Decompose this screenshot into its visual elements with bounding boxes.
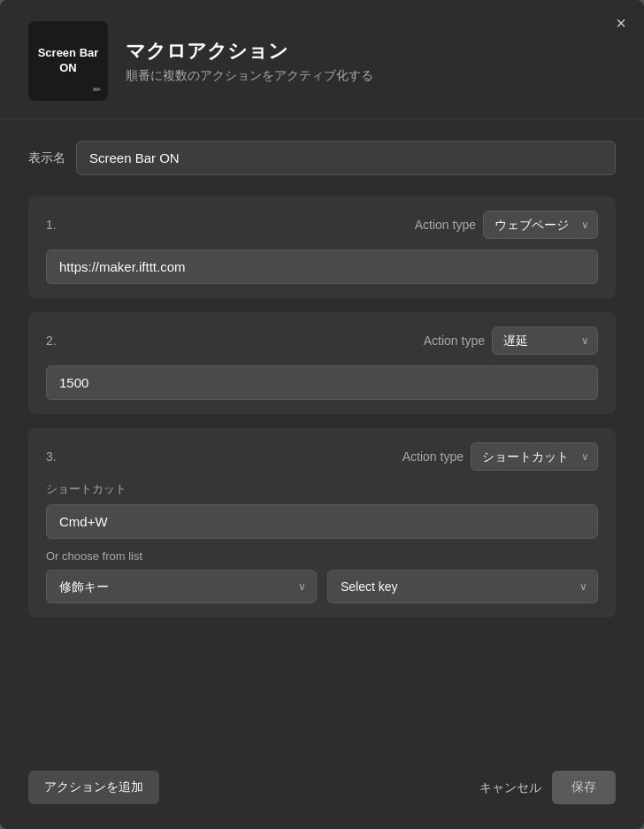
action-number-3: 3. (46, 449, 57, 464)
dialog-title: マクロアクション (126, 38, 373, 65)
action-block-2: 2. Action type 遅延 (28, 312, 616, 414)
action-block-1: 1. Action type ウェブページ (28, 196, 616, 298)
dialog-header: Screen Bar ON ✏ マクロアクション 順番に複数のアクションをアクテ… (0, 0, 644, 119)
icon-box: Screen Bar ON ✏ (28, 21, 108, 101)
display-name-input[interactable] (76, 141, 616, 175)
icon-line2: ON (59, 61, 77, 76)
save-button[interactable]: 保存 (552, 771, 616, 804)
action-type-label-2: Action type (424, 334, 485, 348)
macro-action-dialog: × Screen Bar ON ✏ マクロアクション 順番に複数のアクションをア… (0, 0, 644, 829)
footer-right: キャンセル 保存 (479, 771, 616, 804)
action-type-label-1: Action type (415, 218, 476, 232)
shortcut-input[interactable] (46, 504, 598, 539)
cancel-button[interactable]: キャンセル (479, 779, 541, 795)
action-header-2: 2. Action type 遅延 (46, 326, 598, 355)
key-selects-row: 修飾キー Select key (46, 570, 598, 603)
display-name-label: 表示名 (28, 150, 65, 166)
dialog-content: 表示名 1. Action type ウェブページ 2. Action type (0, 119, 644, 753)
dialog-footer: アクションを追加 キャンセル 保存 (0, 753, 644, 829)
shortcut-label: ショートカット (46, 481, 598, 497)
action-block-3: 3. Action type ショートカット ショートカット Or choose… (28, 428, 616, 618)
icon-line1: Screen Bar (38, 46, 99, 61)
select-key-wrapper: Select key (327, 570, 598, 603)
action-type-select-1[interactable]: ウェブページ (483, 211, 598, 239)
action-type-select-wrapper-2: 遅延 (492, 326, 598, 355)
close-button[interactable]: × (616, 14, 626, 32)
action-input-2[interactable] (46, 365, 598, 400)
action-number-1: 1. (46, 218, 57, 232)
action-input-1[interactable] (46, 249, 598, 284)
modifier-key-select[interactable]: 修飾キー (46, 570, 317, 603)
modifier-key-wrapper: 修飾キー (46, 570, 317, 603)
action-type-select-3[interactable]: ショートカット (471, 442, 598, 471)
action-header-3: 3. Action type ショートカット (46, 442, 598, 471)
action-type-select-wrapper-3: ショートカット (471, 442, 598, 471)
action-number-2: 2. (46, 334, 57, 348)
display-name-row: 表示名 (28, 141, 616, 175)
action-type-select-2[interactable]: 遅延 (492, 326, 598, 355)
action-type-label-3: Action type (402, 449, 464, 464)
action-type-select-wrapper-1: ウェブページ (483, 211, 598, 239)
dialog-subtitle: 順番に複数のアクションをアクティブ化する (126, 68, 373, 84)
action-header-1: 1. Action type ウェブページ (46, 211, 598, 239)
add-action-button[interactable]: アクションを追加 (28, 771, 159, 804)
or-choose-label: Or choose from list (46, 549, 598, 563)
edit-icon: ✏ (93, 84, 101, 96)
select-key-select[interactable]: Select key (327, 570, 598, 603)
header-info: マクロアクション 順番に複数のアクションをアクティブ化する (126, 38, 373, 84)
